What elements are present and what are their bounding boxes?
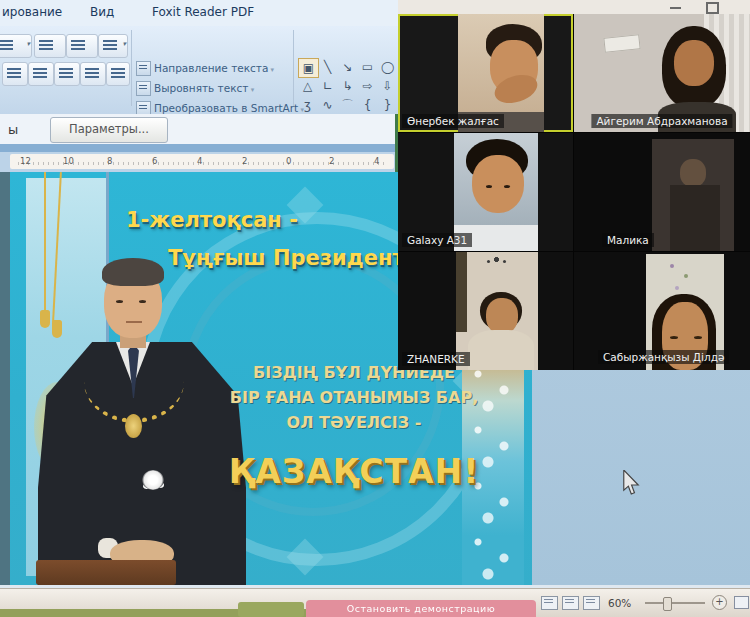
wardrobe <box>456 252 467 332</box>
flag-tassel <box>52 320 62 338</box>
participant-name-label: Сабыржанқызы Ділдә <box>598 350 729 364</box>
shape-line-icon[interactable]: ╲ <box>318 58 337 76</box>
person-body <box>670 185 720 251</box>
participant-tile-galaxy-a31[interactable]: Galaxy A31 <box>398 133 573 251</box>
chain-of-office <box>84 340 184 423</box>
align-right-button[interactable] <box>54 62 80 86</box>
ribbon-tab-row: ирование Вид Foxit Reader PDF <box>0 0 398 26</box>
photographed-screen: ирование Вид Foxit Reader PDF Направлени… <box>0 0 750 617</box>
ribbon: Направление текста Выровнять текст Преоб… <box>0 26 398 115</box>
align-text-label: Выровнять текст <box>154 82 254 94</box>
shape-rectangle-icon[interactable]: ▭ <box>358 58 377 76</box>
participant-name-label: Малика <box>602 233 654 247</box>
shape-oval-icon[interactable]: ◯ <box>378 58 397 76</box>
participant-video <box>652 139 734 251</box>
line-spacing-button[interactable] <box>98 34 128 58</box>
justify-button[interactable] <box>80 62 106 86</box>
align-center-button[interactable] <box>28 62 54 86</box>
participant-tile-zhanerke[interactable]: ZHANERKE <box>398 252 573 370</box>
person-face <box>674 40 714 86</box>
president-eye <box>116 300 123 303</box>
air-conditioner <box>603 34 640 53</box>
ruler-mark: 2 <box>329 156 334 166</box>
shape-recent-icon[interactable]: ▣ <box>298 58 319 78</box>
slide-title-line1: 1-желтоқсан - <box>126 208 298 232</box>
meeting-id-pill[interactable] <box>238 602 304 617</box>
shape-freeform-icon[interactable]: ʒ <box>298 96 317 114</box>
slide-body-line: ОЛ ТӘУЕЛСІЗ - <box>196 410 512 435</box>
participant-tile-dilda[interactable]: Сабыржанқызы Ділдә <box>574 252 750 370</box>
minimize-icon[interactable] <box>670 7 681 9</box>
wallpaper-flowers <box>670 264 674 268</box>
shape-triangle-icon[interactable]: △ <box>298 77 317 95</box>
slide-headline: ҚАЗАҚСТАН! <box>196 452 512 491</box>
meeting-window-titlebar <box>398 0 750 14</box>
slide-body-line: БІР ҒАНА ОТАНЫМЫЗ БАР, <box>196 385 512 410</box>
ruler-mark: 4 <box>374 156 379 166</box>
convert-smartart-label: Преобразовать в SmartArt <box>154 102 304 114</box>
shape-elbow-connector-icon[interactable]: ∟ <box>318 77 337 95</box>
view-normal-icon[interactable] <box>541 596 558 610</box>
group-divider <box>131 30 132 106</box>
participant-name-label: Өнербек жалғас <box>402 114 504 128</box>
text-direction-button[interactable]: Направление текста <box>136 59 292 77</box>
ruler-mark: 2 <box>242 156 247 166</box>
tab-foxit-reader-pdf[interactable]: Foxit Reader PDF <box>152 5 254 19</box>
chain-medallion <box>125 414 142 438</box>
numbering-button[interactable] <box>34 34 66 58</box>
zoom-in-icon[interactable]: + <box>712 595 727 610</box>
president-hair <box>102 258 164 286</box>
shape-right-arrow-icon[interactable]: ⇨ <box>358 77 377 95</box>
view-slideshow-icon[interactable] <box>583 596 600 610</box>
group-divider <box>293 30 294 106</box>
shape-arc-icon[interactable]: ⌒ <box>338 96 357 114</box>
text-direction-icon <box>136 61 151 76</box>
participant-tile-onerbek[interactable]: Өнербек жалғас <box>398 14 573 132</box>
align-text-icon <box>136 81 151 96</box>
shape-right-brace-icon[interactable]: } <box>378 96 397 114</box>
restore-window-icon[interactable] <box>706 2 719 14</box>
ruler-header-strip <box>0 144 398 152</box>
shape-left-brace-icon[interactable]: { <box>358 96 377 114</box>
ruler-mark: 4 <box>197 156 202 166</box>
ruler-mark: 8 <box>107 156 112 166</box>
view-slide-sorter-icon[interactable] <box>562 596 579 610</box>
zoom-slider-thumb[interactable] <box>663 597 672 611</box>
align-left-button[interactable] <box>2 62 28 86</box>
tab-view[interactable]: Вид <box>90 5 114 19</box>
align-text-button[interactable]: Выровнять текст <box>136 79 292 97</box>
ruler-mark: 10 <box>63 156 74 166</box>
president-eye <box>139 300 146 303</box>
ruler-band: 12 10 8 6 4 2 0 2 4 <box>10 154 394 169</box>
shape-arrow-icon[interactable]: ↘ <box>338 58 357 76</box>
video-conference-window[interactable]: Өнербек жалғас Айгерим Абдрахманова Gala… <box>398 14 750 370</box>
tab-review-partial[interactable]: ирование <box>2 5 62 19</box>
stop-share-button[interactable]: Остановить демонстрацию <box>306 600 536 617</box>
person-body <box>468 330 534 370</box>
participant-tile-malika[interactable]: Малика <box>574 133 750 251</box>
participant-name-label: Galaxy A31 <box>402 233 472 247</box>
ruler-mark: 6 <box>152 156 157 166</box>
options-button[interactable]: Параметры... <box>50 117 168 143</box>
wooden-stand <box>36 560 176 585</box>
participant-tile-aigerim[interactable]: Айгерим Абдрахманова <box>574 14 750 132</box>
flag-cord <box>44 172 46 312</box>
security-notification-bar: ы Параметры... <box>0 114 398 144</box>
person-eyes <box>486 185 492 188</box>
flag-tassel <box>40 310 50 328</box>
horizontal-ruler[interactable]: 12 10 8 6 4 2 0 2 4 <box>0 152 398 172</box>
president-mouth <box>126 321 142 323</box>
fit-to-window-icon[interactable] <box>734 596 749 609</box>
mouse-cursor <box>622 470 640 500</box>
zoom-slider[interactable] <box>645 602 705 604</box>
shape-curve-icon[interactable]: ∿ <box>318 96 337 114</box>
bullets-button[interactable] <box>0 34 32 58</box>
ceiling-lamp <box>492 255 501 264</box>
shape-down-arrow-icon[interactable]: ⇩ <box>378 77 397 95</box>
zoom-level-value: 60% <box>608 597 631 609</box>
columns-button[interactable] <box>106 62 130 86</box>
shape-elbow-arrow-icon[interactable]: ↳ <box>338 77 357 95</box>
decrease-indent-button[interactable] <box>66 34 98 58</box>
person-face <box>486 298 518 334</box>
person-eyes <box>670 336 678 339</box>
